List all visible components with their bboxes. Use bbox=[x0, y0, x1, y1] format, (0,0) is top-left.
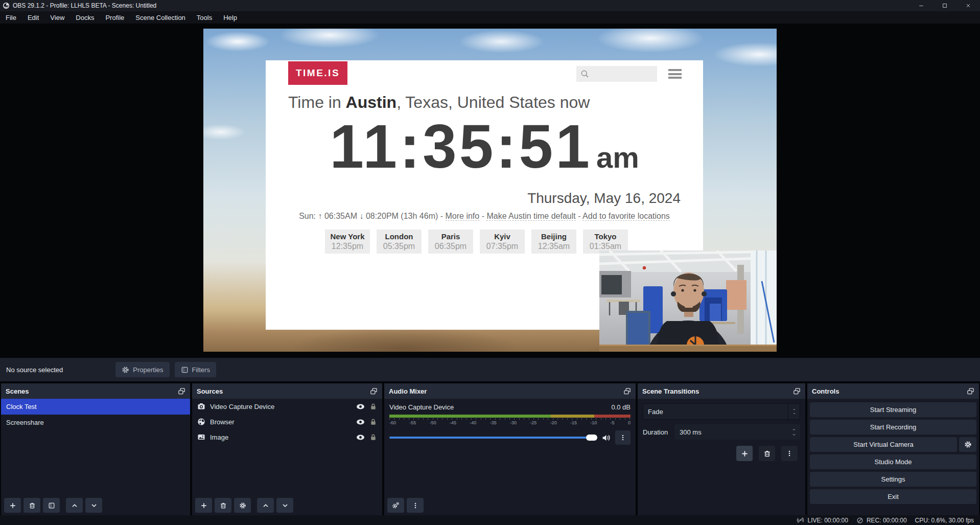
studio-mode-button[interactable]: Studio Mode bbox=[810, 454, 976, 469]
transition-select[interactable]: Fade bbox=[643, 403, 800, 420]
chevron-up-icon bbox=[262, 502, 269, 509]
minimize-button[interactable] bbox=[909, 0, 933, 11]
menu-item-file[interactable]: File bbox=[0, 11, 22, 24]
popout-icon[interactable] bbox=[178, 387, 185, 395]
visibility-toggle[interactable] bbox=[356, 433, 365, 442]
trash-icon bbox=[29, 502, 36, 509]
exit-button[interactable]: Exit bbox=[810, 489, 976, 504]
advanced-audio-button[interactable] bbox=[387, 498, 404, 513]
lock-toggle[interactable] bbox=[369, 418, 377, 426]
duration-spinner[interactable]: 300 ms bbox=[674, 424, 800, 440]
source-status-text: No source selected bbox=[6, 366, 63, 374]
clock-display: 11:35:51 am bbox=[266, 116, 703, 177]
menu-item-scene-collection[interactable]: Scene Collection bbox=[130, 11, 191, 24]
maximize-button[interactable] bbox=[933, 0, 956, 11]
start-recording-button[interactable]: Start Recording bbox=[810, 420, 976, 435]
scene-filters-button[interactable] bbox=[43, 498, 60, 513]
clock-time: 11:35:51 bbox=[330, 116, 592, 177]
popout-icon[interactable] bbox=[967, 387, 974, 395]
properties-button[interactable]: Properties bbox=[115, 362, 169, 377]
move-source-up-button[interactable] bbox=[257, 498, 274, 513]
popout-icon[interactable] bbox=[623, 387, 631, 395]
controls-dock: Controls Start Streaming Start Recording… bbox=[807, 383, 979, 515]
remove-source-button[interactable] bbox=[215, 498, 231, 513]
select-arrows-icon bbox=[788, 404, 800, 419]
city-card: Kyiv07:35pm bbox=[480, 230, 525, 254]
search-icon bbox=[580, 70, 589, 78]
cpu-fps-stats: CPU: 0.6%, 30.00 fps bbox=[915, 517, 974, 524]
mixer-level-value: 0.0 dB bbox=[611, 403, 631, 411]
plus-icon bbox=[741, 450, 749, 458]
add-source-button[interactable] bbox=[195, 498, 212, 513]
gear-icon bbox=[122, 366, 129, 374]
scene-transitions-dock: Scene Transitions Fade Duration 300 ms bbox=[638, 383, 805, 515]
mixer-channel-menu-button[interactable] bbox=[615, 430, 631, 445]
video-preview[interactable]: TIME.IS Time in Austin, Texas, United St… bbox=[203, 29, 777, 352]
scenes-header: Scenes bbox=[1, 383, 190, 399]
remove-scene-button[interactable] bbox=[24, 498, 40, 513]
status-bar: LIVE: 00:00:00 REC: 00:00:00 CPU: 0.6%, … bbox=[0, 515, 980, 525]
clock-ampm: am bbox=[596, 140, 639, 174]
menu-item-profile[interactable]: Profile bbox=[100, 11, 130, 24]
filters-button[interactable]: Filters bbox=[175, 362, 216, 377]
scenes-dock: Scenes Clock Test Screenshare bbox=[1, 383, 190, 515]
volume-slider-handle[interactable] bbox=[586, 435, 597, 441]
visibility-toggle[interactable] bbox=[356, 402, 365, 411]
meter-tick-marks bbox=[389, 418, 631, 420]
remove-transition-button[interactable] bbox=[759, 446, 775, 461]
menu-item-view[interactable]: View bbox=[44, 11, 70, 24]
source-properties-button[interactable] bbox=[234, 498, 251, 513]
kebab-icon bbox=[412, 502, 419, 509]
popout-icon[interactable] bbox=[370, 387, 378, 395]
camera-icon bbox=[197, 402, 205, 410]
scenes-toolbar bbox=[4, 498, 102, 513]
trash-icon bbox=[763, 450, 771, 458]
virtual-camera-settings-button[interactable] bbox=[959, 437, 976, 452]
popout-icon[interactable] bbox=[793, 387, 801, 395]
spinner-arrows-icon[interactable] bbox=[791, 424, 797, 440]
mixer-menu-button[interactable] bbox=[407, 498, 424, 513]
menu-item-tools[interactable]: Tools bbox=[191, 11, 218, 24]
webcam-overlay[interactable] bbox=[599, 250, 777, 352]
source-item-browser[interactable]: Browser bbox=[192, 414, 382, 429]
volume-slider[interactable] bbox=[389, 437, 597, 439]
start-streaming-button[interactable]: Start Streaming bbox=[810, 402, 976, 417]
selected-source-toolbar: No source selected Properties Filters bbox=[0, 358, 980, 381]
filter-icon bbox=[181, 366, 189, 374]
live-timer: LIVE: 00:00:00 bbox=[807, 517, 848, 524]
menu-item-edit[interactable]: Edit bbox=[22, 11, 44, 24]
scene-item-screenshare[interactable]: Screenshare bbox=[1, 415, 190, 430]
sun-info-line: Sun: ↑ 06:35AM ↓ 08:20PM (13h 46m) - Mor… bbox=[266, 212, 703, 221]
source-item-video-capture[interactable]: Video Capture Device bbox=[192, 399, 382, 414]
volume-meter bbox=[389, 415, 631, 418]
kebab-icon bbox=[619, 434, 626, 441]
plus-icon bbox=[9, 502, 16, 509]
hamburger-menu-icon[interactable] bbox=[668, 69, 682, 79]
menu-bar: File Edit View Docks Profile Scene Colle… bbox=[0, 11, 980, 24]
move-scene-down-button[interactable] bbox=[85, 498, 102, 513]
city-card: London05:35pm bbox=[377, 230, 422, 254]
mixer-channel-name: Video Capture Device bbox=[389, 403, 454, 411]
speaker-icon[interactable] bbox=[602, 433, 611, 442]
add-transition-button[interactable] bbox=[736, 446, 753, 461]
search-input[interactable] bbox=[592, 70, 651, 79]
visibility-toggle[interactable] bbox=[356, 418, 365, 426]
close-button[interactable] bbox=[956, 0, 980, 11]
lock-toggle[interactable] bbox=[369, 403, 377, 410]
settings-button[interactable]: Settings bbox=[810, 472, 976, 487]
menu-item-help[interactable]: Help bbox=[218, 11, 243, 24]
start-virtual-camera-button[interactable]: Start Virtual Camera bbox=[810, 437, 957, 452]
source-item-image[interactable]: Image bbox=[192, 429, 382, 445]
image-icon bbox=[197, 433, 205, 441]
lock-toggle[interactable] bbox=[369, 433, 377, 441]
window-title: OBS 29.1.2 - Profile: LLHLS BETA - Scene… bbox=[13, 2, 156, 9]
move-scene-up-button[interactable] bbox=[66, 498, 83, 513]
globe-icon bbox=[197, 418, 205, 426]
transition-menu-button[interactable] bbox=[781, 446, 798, 461]
move-source-down-button[interactable] bbox=[276, 498, 293, 513]
scene-item-clock-test[interactable]: Clock Test bbox=[1, 399, 190, 415]
controls-header: Controls bbox=[807, 383, 979, 399]
add-scene-button[interactable] bbox=[4, 498, 21, 513]
menu-item-docks[interactable]: Docks bbox=[70, 11, 100, 24]
transitions-header: Scene Transitions bbox=[638, 383, 805, 399]
